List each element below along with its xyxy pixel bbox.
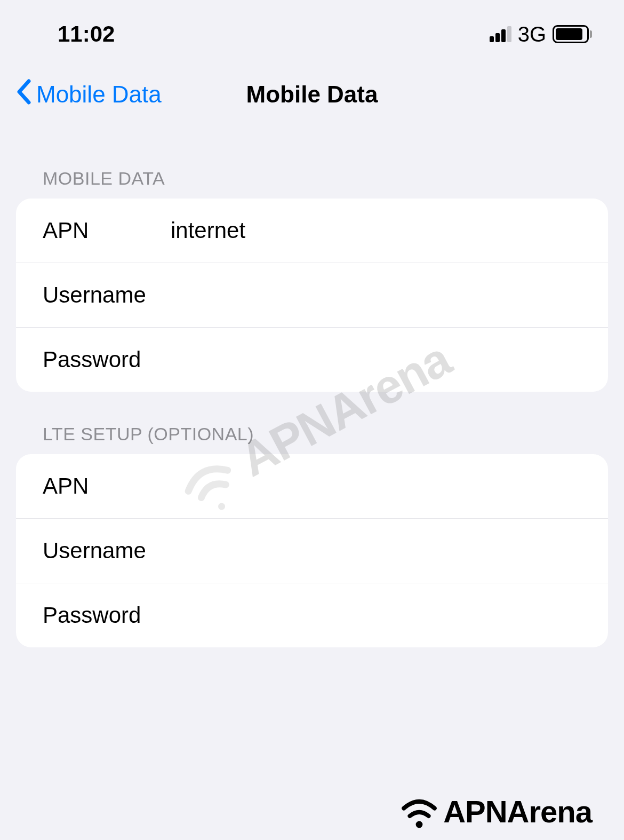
lte-password-label: Password bbox=[43, 603, 171, 628]
back-label: Mobile Data bbox=[36, 81, 162, 108]
lte-apn-label: APN bbox=[43, 473, 171, 499]
network-label: 3G bbox=[518, 22, 546, 46]
lte-username-row[interactable]: Username bbox=[16, 519, 608, 583]
section-header-mobile-data: MOBILE DATA bbox=[0, 136, 624, 199]
settings-group-mobile-data: APN internet Username Password bbox=[16, 199, 608, 392]
password-row[interactable]: Password bbox=[16, 328, 608, 392]
battery-icon bbox=[553, 25, 592, 43]
back-button[interactable]: Mobile Data bbox=[16, 79, 162, 109]
footer-brand-text: APNArena bbox=[443, 794, 592, 829]
apn-row[interactable]: APN internet bbox=[16, 199, 608, 263]
password-label: Password bbox=[43, 347, 171, 373]
svg-point-0 bbox=[416, 821, 423, 828]
apn-label: APN bbox=[43, 218, 171, 243]
status-indicators: 3G bbox=[490, 22, 592, 46]
apn-value[interactable]: internet bbox=[171, 218, 581, 243]
page-title: Mobile Data bbox=[246, 81, 378, 108]
time-label: 11:02 bbox=[58, 21, 115, 47]
lte-apn-row[interactable]: APN bbox=[16, 454, 608, 519]
username-row[interactable]: Username bbox=[16, 263, 608, 328]
status-bar: 11:02 3G bbox=[0, 0, 624, 58]
settings-group-lte: APN Username Password bbox=[16, 454, 608, 647]
chevron-left-icon bbox=[16, 79, 31, 109]
footer-brand: APNArena bbox=[398, 794, 592, 829]
lte-password-row[interactable]: Password bbox=[16, 583, 608, 647]
username-label: Username bbox=[43, 282, 171, 308]
lte-username-label: Username bbox=[43, 538, 171, 564]
navigation-bar: Mobile Data Mobile Data bbox=[0, 58, 624, 136]
wifi-icon bbox=[398, 794, 441, 829]
signal-icon bbox=[490, 26, 511, 42]
section-header-lte: LTE SETUP (OPTIONAL) bbox=[0, 392, 624, 454]
